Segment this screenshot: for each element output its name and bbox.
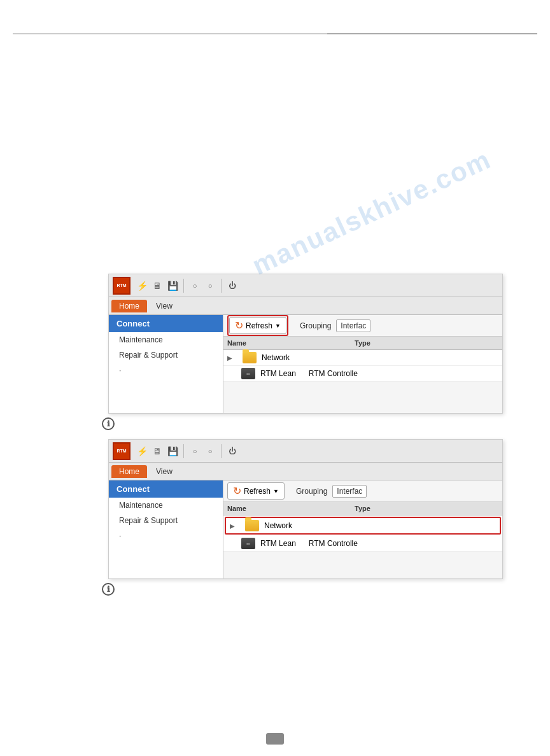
network-highlight-2: ▶ Network bbox=[225, 517, 501, 535]
tab-view-1[interactable]: View bbox=[148, 300, 180, 312]
refresh-small-icon-2: ○ bbox=[204, 445, 216, 458]
grouping-value-1: Interfac bbox=[336, 319, 370, 332]
list-header-1: Name Type bbox=[223, 337, 502, 350]
circle-icon-1a: ○ bbox=[188, 279, 201, 292]
refresh-arrow-2: ▼ bbox=[273, 488, 279, 494]
rtm-type-2: RTM Controlle bbox=[309, 539, 358, 548]
content-area-2: ↻ Refresh ▼ Grouping Interfac Name Type … bbox=[223, 480, 502, 578]
lightning-icon-1: ⚡ bbox=[136, 279, 148, 292]
logo-text-1: RTM bbox=[116, 283, 126, 288]
rtm-name-1: RTM Lean bbox=[260, 369, 296, 378]
server-glyph-2: ▪▪ bbox=[246, 541, 250, 547]
menubar-2: Home View bbox=[109, 463, 502, 480]
col-name-header-1: Name bbox=[227, 339, 355, 347]
tab-home-2[interactable]: Home bbox=[111, 465, 147, 478]
list-row-rtm-2[interactable]: ▪▪ RTM Lean RTM Controlle bbox=[223, 536, 502, 552]
monitor-icon-2: 🖥 bbox=[151, 445, 164, 458]
tab-view-2[interactable]: View bbox=[148, 465, 180, 478]
tab-home-label-2: Home bbox=[119, 467, 139, 476]
logo-text-2: RTM bbox=[116, 449, 126, 453]
tab-view-label-1: View bbox=[156, 302, 173, 311]
rtm-name-2: RTM Lean bbox=[260, 539, 296, 548]
save-icon-2: 💾 bbox=[166, 445, 179, 458]
tab-view-label-2: View bbox=[156, 467, 173, 476]
info-symbol-2: ℹ bbox=[107, 585, 110, 594]
toolbar-2: RTM ⚡ 🖥 💾 ○ ○ ⏻ bbox=[109, 440, 502, 463]
grouping-label-1: Grouping bbox=[300, 321, 331, 330]
sep-1a bbox=[183, 279, 184, 293]
server-icon-2: ▪▪ bbox=[241, 538, 255, 549]
grouping-value-2: Interfac bbox=[332, 485, 367, 498]
col-type-header-2: Type bbox=[355, 505, 437, 512]
monitor-icon-1: 🖥 bbox=[151, 279, 164, 292]
list-row-network-1[interactable]: ▶ Network bbox=[223, 350, 502, 366]
connect-button-1[interactable]: Connect bbox=[109, 315, 223, 332]
sep-1b bbox=[221, 279, 222, 293]
menubar-1: Home View bbox=[109, 297, 502, 315]
sidebar-repair-2[interactable]: Repair & Support bbox=[109, 513, 223, 528]
toolbar-1: RTM ⚡ 🖥 💾 ○ ○ ⏻ bbox=[109, 274, 502, 297]
refresh-rotate-icon-2: ↻ bbox=[233, 485, 241, 497]
dot-label-2: · bbox=[119, 531, 121, 540]
repair-label-1: Repair & Support bbox=[119, 351, 178, 360]
network-row-content-2: Network bbox=[245, 520, 496, 531]
info-icon-1: ℹ bbox=[102, 417, 115, 430]
sep-2b bbox=[221, 444, 222, 458]
refresh-highlight-1: ↻ Refresh ▼ bbox=[227, 315, 288, 336]
main-area-2: Connect Maintenance Repair & Support · ↻… bbox=[109, 480, 502, 578]
list-row-network-2[interactable]: ▶ Network bbox=[226, 518, 500, 533]
network-row-content-1: Network bbox=[243, 352, 498, 363]
col-type-header-1: Type bbox=[355, 339, 437, 347]
maintenance-label-1: Maintenance bbox=[119, 335, 163, 344]
repair-label-2: Repair & Support bbox=[119, 516, 178, 525]
screenshot-1: RTM ⚡ 🖥 💾 ○ ○ ⏻ Home View Connect Mainte… bbox=[108, 274, 503, 414]
content-area-1: ↻ Refresh ▼ Grouping Interfac Name Type … bbox=[223, 315, 502, 413]
power-icon-2: ⏻ bbox=[226, 445, 239, 458]
server-glyph-1: ▪▪ bbox=[246, 371, 250, 377]
connect-label-1: Connect bbox=[116, 319, 150, 328]
maintenance-label-2: Maintenance bbox=[119, 501, 163, 510]
content-list-2: Name Type ▶ Network bbox=[223, 502, 502, 552]
list-row-rtm-1[interactable]: ▪▪ RTM Lean RTM Controlle bbox=[223, 366, 502, 382]
grouping-label-2: Grouping bbox=[296, 487, 327, 496]
list-header-2: Name Type bbox=[223, 502, 502, 515]
app-logo-2: RTM bbox=[113, 442, 130, 460]
info-icon-2: ℹ bbox=[102, 583, 115, 596]
refresh-label-1: Refresh bbox=[246, 321, 272, 330]
rtm-row-content-1: ▪▪ RTM Lean bbox=[241, 368, 296, 379]
sidebar-dot-1: · bbox=[109, 363, 223, 378]
refresh-small-icon-1: ○ bbox=[204, 279, 216, 292]
power-icon-1: ⏻ bbox=[226, 279, 239, 292]
network-name-2: Network bbox=[264, 521, 292, 530]
sidebar-repair-1[interactable]: Repair & Support bbox=[109, 347, 223, 363]
rtm-row-content-2: ▪▪ RTM Lean bbox=[241, 538, 296, 549]
tree-arrow-2: ▶ bbox=[230, 522, 236, 529]
connect-button-2[interactable]: Connect bbox=[109, 480, 223, 498]
refresh-label-2: Refresh bbox=[244, 487, 271, 496]
app-logo-1: RTM bbox=[113, 277, 130, 295]
watermark: manualskhive.com bbox=[248, 144, 496, 281]
folder-icon-2 bbox=[245, 520, 259, 531]
refresh-arrow-1: ▼ bbox=[275, 323, 281, 329]
col-name-header-2: Name bbox=[227, 505, 355, 512]
dot-label-1: · bbox=[119, 366, 121, 375]
main-area-1: Connect Maintenance Repair & Support · ↻… bbox=[109, 315, 502, 413]
tab-home-1[interactable]: Home bbox=[111, 300, 147, 312]
refresh-rotate-icon-1: ↻ bbox=[235, 319, 243, 332]
tab-home-label-1: Home bbox=[119, 302, 139, 311]
sep-2a bbox=[183, 444, 184, 458]
sidebar-1: Connect Maintenance Repair & Support · bbox=[109, 315, 223, 413]
sidebar-maintenance-2[interactable]: Maintenance bbox=[109, 498, 223, 513]
tree-arrow-1: ▶ bbox=[227, 354, 234, 361]
sidebar-2: Connect Maintenance Repair & Support · bbox=[109, 480, 223, 578]
server-icon-1: ▪▪ bbox=[241, 368, 255, 379]
refresh-button-1[interactable]: ↻ Refresh ▼ bbox=[229, 317, 286, 334]
sidebar-maintenance-1[interactable]: Maintenance bbox=[109, 332, 223, 347]
refresh-button-2[interactable]: ↻ Refresh ▼ bbox=[227, 482, 285, 500]
lightning-icon-2: ⚡ bbox=[136, 445, 148, 458]
sidebar-dot-2: · bbox=[109, 528, 223, 543]
content-toolbar-2: ↻ Refresh ▼ Grouping Interfac bbox=[223, 480, 502, 502]
info-symbol-1: ℹ bbox=[107, 419, 110, 428]
content-list-1: Name Type ▶ Network ▪▪ bbox=[223, 337, 502, 382]
network-name-1: Network bbox=[262, 353, 290, 362]
